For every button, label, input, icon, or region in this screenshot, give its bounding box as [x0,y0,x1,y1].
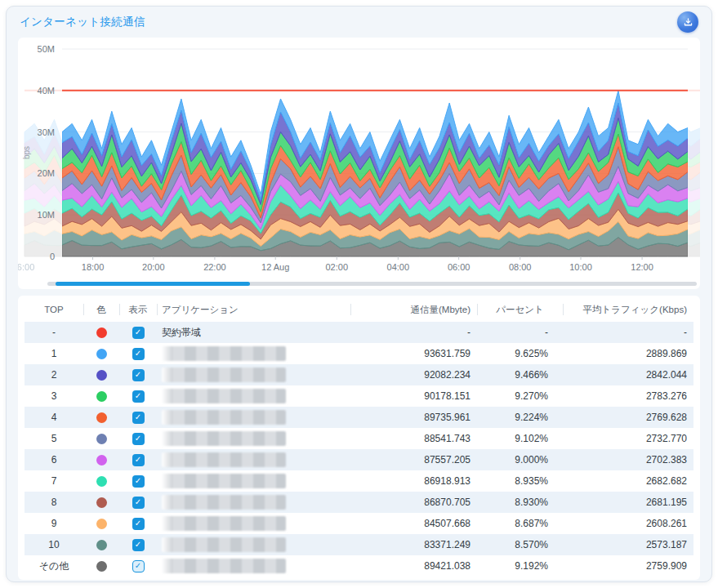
visibility-checkbox[interactable]: ✓ [132,497,145,509]
traffic-cell: 87557.205 [350,449,477,470]
col-traffic: 通信量(Mbyte) [350,297,477,322]
table-row: 7✓86918.9138.935%2682.682 [25,470,693,492]
table-row: 1✓93631.7599.625%2889.869 [25,343,693,364]
page-title: インターネット接続通信 [20,15,145,29]
visibility-checkbox[interactable]: ✓ [132,539,145,551]
y-tick-label: 0 [50,252,55,261]
table-row: -✓契約帯域--- [25,322,693,343]
col-color: 色 [83,297,119,322]
visibility-checkbox[interactable]: ✓ [132,327,145,339]
application-cell [157,343,350,364]
rank-cell: 10 [25,534,83,555]
percent-cell: 9.224% [477,407,563,428]
visibility-checkbox[interactable]: ✓ [132,369,145,381]
application-cell [157,385,350,407]
visibility-cell: ✓ [119,407,157,428]
redacted-app-name [162,389,286,403]
average-cell: 2732.770 [563,428,693,449]
application-cell: 契約帯域 [157,322,350,343]
application-cell [157,407,350,428]
color-cell [83,428,119,449]
col-application: アプリケーション [157,297,350,322]
card-header: インターネット接続通信 [7,7,711,38]
col-percent: パーセント [477,297,563,322]
traffic-cell: 86918.913 [350,470,477,492]
series-color-dot [96,497,107,508]
color-cell [83,513,119,534]
visibility-cell: ✓ [119,534,157,555]
plot-area [62,91,688,256]
percent-cell: - [477,322,563,343]
visibility-cell: ✓ [119,449,157,470]
visibility-checkbox[interactable]: ✓ [132,475,145,488]
traffic-cell: 93631.759 [350,343,477,364]
application-table-panel: TOP 色 表示 アプリケーション 通信量(Mbyte) パーセント 平均トラフ… [18,296,700,580]
scrollbar-thumb[interactable] [56,282,250,286]
percent-cell: 9.192% [477,555,563,577]
series-color-dot [96,370,107,381]
col-average: 平均トラフィック(Kbps) [563,297,693,322]
redacted-app-name [162,368,286,382]
rank-cell: 9 [25,513,83,534]
color-cell [83,534,119,555]
traffic-cell: 86870.705 [350,492,477,513]
series-color-dot [96,540,107,550]
average-cell: 2573.187 [563,534,693,555]
average-cell: 2702.383 [563,449,693,470]
percent-cell: 8.687% [477,513,563,534]
visibility-cell: ✓ [119,470,157,492]
percent-cell: 9.000% [477,449,563,470]
series-color-dot [96,327,107,338]
rank-cell: その他 [25,555,83,577]
traffic-area-chart[interactable]: 50M40M30M20M10M0bps18:0020:0022:0012 Aug… [18,42,700,281]
visibility-checkbox[interactable]: ✓ [132,518,145,530]
rank-cell: 7 [25,470,83,492]
visibility-checkbox[interactable]: ✓ [132,412,145,424]
visibility-checkbox[interactable]: ✓ [132,433,145,445]
table-header-row: TOP 色 表示 アプリケーション 通信量(Mbyte) パーセント 平均トラフ… [25,297,693,322]
series-color-dot [96,561,107,572]
series-color-dot [96,434,107,444]
col-visibility: 表示 [119,297,157,322]
average-cell: 2842.044 [563,364,693,385]
rank-cell: - [25,322,83,343]
application-cell [157,428,350,449]
visibility-cell: ✓ [119,385,157,407]
x-tick-label: 04:00 [387,262,410,272]
percent-cell: 8.570% [477,534,563,555]
y-tick-label: 30M [38,127,55,137]
visibility-checkbox[interactable]: ✓ [132,348,145,360]
visibility-checkbox[interactable]: ✓ [132,560,145,572]
table-row: 10✓83371.2498.570%2573.187 [25,534,693,555]
redacted-app-name [162,346,286,361]
x-tick-label: 06:00 [448,262,470,272]
traffic-cell: 89735.961 [350,407,477,428]
application-cell [157,470,350,492]
application-cell [157,555,350,577]
rank-cell: 5 [25,428,83,449]
traffic-cell: 88541.743 [350,428,477,449]
percent-cell: 9.466% [477,364,563,385]
traffic-cell: - [350,322,477,343]
series-color-dot [96,476,107,487]
color-cell [83,343,119,364]
series-color-dot [96,412,107,423]
traffic-chart-panel: 50M40M30M20M10M0bps18:0020:0022:0012 Aug… [18,38,700,289]
visibility-cell: ✓ [119,343,157,364]
chart-scrollbar[interactable] [47,282,697,286]
average-cell: 2783.276 [563,385,693,407]
rank-cell: 2 [25,364,83,385]
traffic-cell: 92082.234 [350,364,477,385]
redacted-app-name [162,537,286,552]
visibility-cell: ✓ [119,555,157,577]
percent-cell: 9.102% [477,428,563,449]
rank-cell: 1 [25,343,83,364]
x-tick-label: 08:00 [509,262,532,272]
y-tick-label: 10M [38,210,55,220]
download-button[interactable] [677,11,698,33]
visibility-checkbox[interactable]: ✓ [132,454,145,466]
color-cell [83,364,119,385]
series-color-dot [96,455,107,466]
percent-cell: 8.930% [477,492,563,513]
visibility-checkbox[interactable]: ✓ [132,390,145,403]
